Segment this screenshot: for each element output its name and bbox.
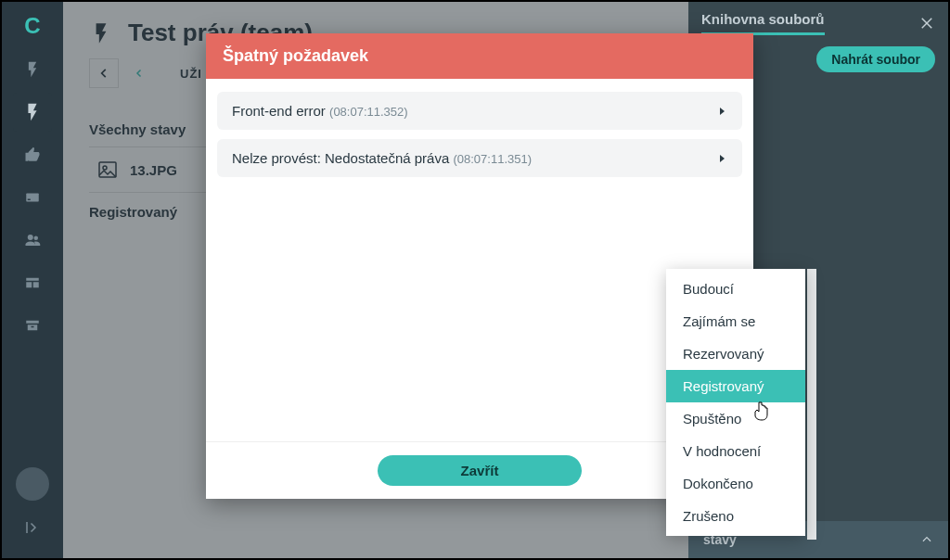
- table-icon: [24, 274, 41, 291]
- dropdown-item[interactable]: Spuštěno: [666, 402, 805, 435]
- sidebar: C: [2, 2, 63, 558]
- bolt-active-icon: [22, 102, 43, 122]
- modal-title: Špatný požadavek: [206, 33, 753, 79]
- svg-rect-4: [32, 326, 34, 328]
- panel-title: Knihovna souborů: [701, 11, 825, 35]
- chevron-right-icon: [716, 106, 727, 117]
- state-dropdown: BudoucíZajímám seRezervovanýRegistrovaný…: [666, 269, 805, 536]
- error-row[interactable]: Front-end error (08:07:11.352): [217, 92, 742, 130]
- svg-rect-0: [26, 194, 39, 202]
- svg-rect-1: [28, 199, 31, 201]
- error-text: Nelze provést: Nedostatečná práva (08:07…: [232, 150, 532, 166]
- panel-close-button[interactable]: [918, 15, 935, 32]
- chevron-up-icon: [920, 533, 933, 546]
- sidebar-nav-2[interactable]: [13, 93, 52, 132]
- dropdown-item[interactable]: Rezervovaný: [666, 337, 805, 370]
- dropdown-item[interactable]: V hodnocení: [666, 435, 805, 467]
- close-icon: [918, 15, 935, 32]
- sidebar-nav-5[interactable]: [13, 221, 52, 260]
- svg-point-3: [34, 236, 39, 241]
- dropdown-item[interactable]: Registrovaný: [666, 370, 805, 402]
- sidebar-nav-6[interactable]: [13, 263, 52, 302]
- bolt-icon: [23, 60, 42, 79]
- users-icon: [24, 232, 41, 248]
- thumbs-up-icon: [24, 146, 41, 163]
- chevron-right-icon: [716, 153, 727, 164]
- archive-icon: [24, 317, 41, 334]
- app-logo: C: [24, 13, 40, 39]
- dropdown-item[interactable]: Zrušeno: [666, 500, 805, 532]
- sidebar-nav-4[interactable]: [13, 178, 52, 217]
- modal-close-button[interactable]: Zavřít: [378, 455, 583, 486]
- sidebar-nav-1[interactable]: [13, 50, 52, 89]
- svg-marker-11: [720, 155, 725, 162]
- dropdown-scrollbar[interactable]: [807, 269, 816, 540]
- dropdown-item[interactable]: Dokončeno: [666, 467, 805, 500]
- upload-button[interactable]: Nahrát soubor: [816, 46, 935, 72]
- svg-point-2: [28, 235, 33, 240]
- error-text: Front-end error (08:07:11.352): [232, 103, 408, 119]
- sidebar-nav-7[interactable]: [13, 306, 52, 345]
- error-row[interactable]: Nelze provést: Nedostatečná práva (08:07…: [217, 139, 742, 177]
- card-icon: [24, 189, 41, 206]
- svg-marker-10: [720, 108, 725, 115]
- collapse-icon: [24, 519, 41, 536]
- dropdown-item[interactable]: Zajímám se: [666, 305, 805, 337]
- user-avatar[interactable]: [16, 467, 49, 501]
- sidebar-collapse[interactable]: [13, 508, 52, 547]
- dropdown-item[interactable]: Budoucí: [666, 273, 805, 305]
- sidebar-nav-3[interactable]: [13, 135, 52, 174]
